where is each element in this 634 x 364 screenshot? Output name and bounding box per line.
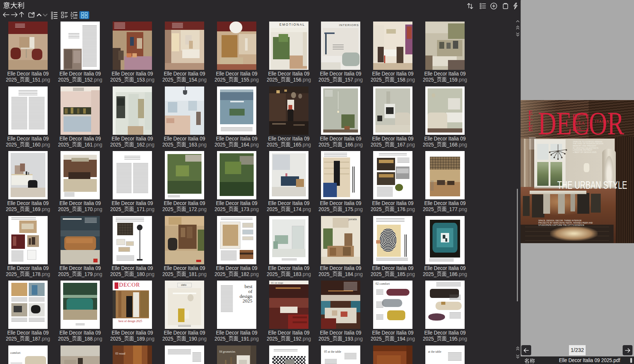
svg-text:THE URBAN STYLE: THE URBAN STYLE [557, 179, 627, 191]
svg-text:ITALIA: ITALIA [595, 120, 609, 123]
svg-text:RS: RS [575, 125, 581, 131]
svg-text:YEA: YEA [575, 120, 585, 126]
svg-text:35: 35 [575, 116, 580, 121]
